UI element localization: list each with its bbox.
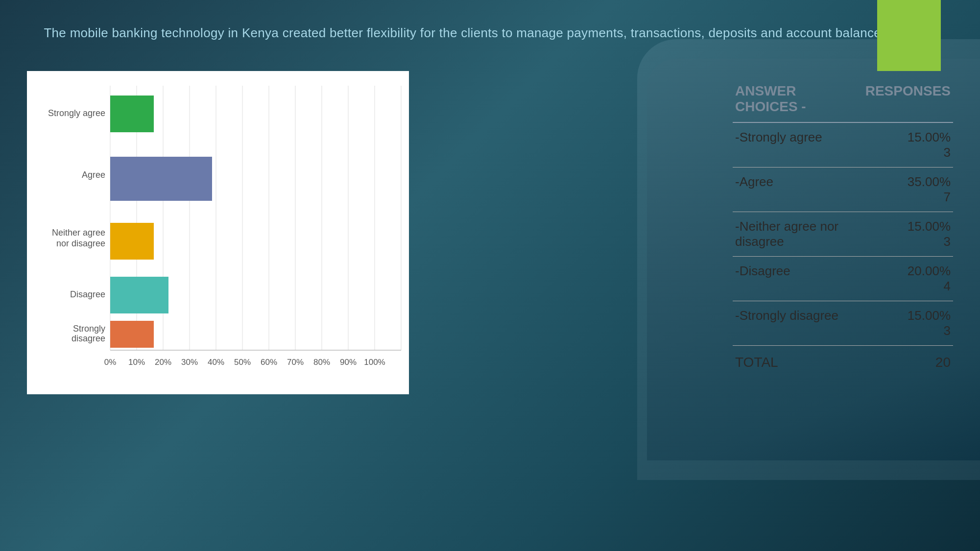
column-header-responses: RESPONSES <box>863 78 953 122</box>
x-label-90: 90% <box>340 358 357 367</box>
x-label-60: 60% <box>261 358 277 367</box>
label-disagree: Disagree <box>70 289 105 299</box>
x-label-20: 20% <box>155 358 171 367</box>
choice-cell-1: -Agree <box>733 168 863 212</box>
data-table-container: ANSWER CHOICES - RESPONSES -Strongly agr… <box>733 78 953 377</box>
choice-cell-0: -Strongly agree <box>733 122 863 168</box>
label-neither-2: nor disagree <box>56 239 105 248</box>
chart-container: Strongly agree Agree Neither agree nor d… <box>27 71 409 394</box>
bar-chart: Strongly agree Agree Neither agree nor d… <box>27 71 409 394</box>
choice-cell-2: -Neither agree nor disagree <box>733 212 863 257</box>
header-bar: The mobile banking technology in Kenya c… <box>0 20 980 47</box>
bar-neither <box>110 223 154 260</box>
x-label-50: 50% <box>234 358 251 367</box>
bar-agree <box>110 157 212 201</box>
total-value: 20 <box>863 346 953 378</box>
total-row: TOTAL 20 <box>733 346 953 378</box>
bar-disagree <box>110 277 168 313</box>
table-row: -Strongly disagree15.00%3 <box>733 301 953 346</box>
bar-strongly-agree <box>110 96 154 132</box>
x-label-0: 0% <box>104 358 117 367</box>
response-cell-3: 20.00%4 <box>863 257 953 301</box>
response-cell-1: 35.00%7 <box>863 168 953 212</box>
x-label-80: 80% <box>313 358 330 367</box>
label-strongly-disagree-1: Strongly <box>73 324 105 334</box>
total-label: TOTAL <box>733 346 863 378</box>
column-header-choices: ANSWER CHOICES - <box>733 78 863 122</box>
response-table: ANSWER CHOICES - RESPONSES -Strongly agr… <box>733 78 953 377</box>
table-row: -Neither agree nor disagree15.00%3 <box>733 212 953 257</box>
response-cell-4: 15.00%3 <box>863 301 953 346</box>
bar-strongly-disagree <box>110 321 154 348</box>
choice-cell-4: -Strongly disagree <box>733 301 863 346</box>
label-agree: Agree <box>82 170 105 180</box>
x-label-40: 40% <box>208 358 224 367</box>
table-row: -Agree35.00%7 <box>733 168 953 212</box>
table-row: -Disagree20.00%4 <box>733 257 953 301</box>
green-accent-rectangle <box>877 0 941 71</box>
label-strongly-agree: Strongly agree <box>48 108 105 118</box>
x-label-100: 100% <box>364 358 385 367</box>
choice-cell-3: -Disagree <box>733 257 863 301</box>
table-row: -Strongly agree15.00%3 <box>733 122 953 168</box>
header-text: The mobile banking technology in Kenya c… <box>44 25 936 40</box>
label-strongly-disagree-2: disagree <box>72 334 105 343</box>
label-neither-1: Neither agree <box>52 228 105 238</box>
response-cell-2: 15.00%3 <box>863 212 953 257</box>
x-label-30: 30% <box>181 358 198 367</box>
x-label-70: 70% <box>287 358 304 367</box>
x-label-10: 10% <box>128 358 145 367</box>
response-cell-0: 15.00%3 <box>863 122 953 168</box>
